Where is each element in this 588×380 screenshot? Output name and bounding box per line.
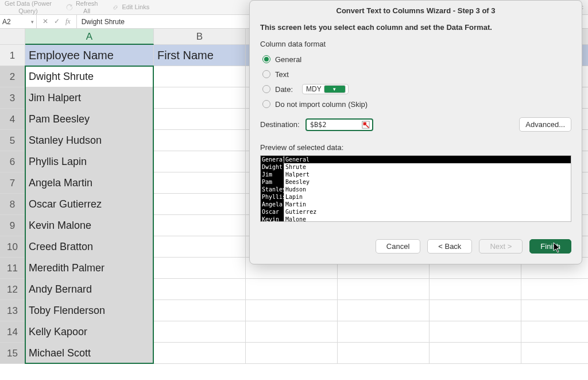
cell[interactable]: Phyllis Lapin: [25, 151, 154, 172]
row-header-5[interactable]: 5: [0, 130, 25, 151]
fx-icon[interactable]: fx: [65, 17, 71, 26]
cell[interactable]: [338, 279, 430, 300]
format-skip-row[interactable]: Do not import column (Skip): [262, 98, 571, 110]
cell[interactable]: [246, 343, 338, 364]
cell[interactable]: [154, 343, 246, 364]
cell[interactable]: [154, 258, 246, 279]
radio-text[interactable]: [262, 70, 270, 78]
format-date-label: Date:: [275, 85, 293, 94]
cell[interactable]: Meredith Palmer: [25, 258, 154, 279]
row-header-8[interactable]: 8: [0, 194, 25, 215]
cell[interactable]: [154, 151, 246, 172]
cell[interactable]: [154, 87, 246, 109]
cell[interactable]: Jim Halpert: [25, 87, 154, 109]
cell[interactable]: [246, 321, 338, 343]
cancel-edit-icon[interactable]: ✕: [42, 17, 48, 26]
back-button[interactable]: < Back: [427, 239, 472, 254]
cell[interactable]: [154, 66, 246, 87]
preview-pane[interactable]: GeneralGeneralDwightShruteJimHalpertPamB…: [260, 155, 571, 222]
cell[interactable]: [246, 279, 338, 300]
column-header-A[interactable]: A: [25, 29, 154, 45]
destination-input[interactable]: $B$2: [305, 118, 373, 131]
cell[interactable]: [430, 300, 521, 321]
cell[interactable]: [521, 279, 588, 300]
format-date-row[interactable]: Date: MDY ▾: [262, 83, 571, 95]
row-header-10[interactable]: 10: [0, 236, 25, 258]
cell[interactable]: [154, 109, 246, 130]
grid-corner[interactable]: [0, 29, 25, 45]
preview-row: StanleyHudson: [261, 186, 571, 193]
row-header-13[interactable]: 13: [0, 300, 25, 321]
cell[interactable]: [430, 343, 521, 364]
header-cell[interactable]: Employee Name: [25, 45, 154, 66]
name-box[interactable]: A2 ▾: [0, 15, 37, 28]
cell[interactable]: [154, 236, 246, 258]
next-button: Next >: [479, 239, 523, 254]
cell[interactable]: Toby Flenderson: [25, 300, 154, 321]
confirm-edit-icon[interactable]: ✓: [54, 17, 60, 26]
formula-bar-value[interactable]: Dwight Shrute: [77, 18, 129, 26]
cell[interactable]: Michael Scott: [25, 343, 154, 364]
name-box-value: A2: [2, 18, 11, 26]
cell[interactable]: Stanley Hudson: [25, 130, 154, 151]
destination-label: Destination:: [260, 120, 300, 129]
advanced-button[interactable]: Advanced...: [519, 117, 571, 132]
cell[interactable]: Pam Beesley: [25, 109, 154, 130]
refresh-icon: [65, 3, 74, 11]
ribbon-get-data: Get Data (Power Query): [5, 0, 52, 14]
ribbon-get-data-label: Get Data (Power Query): [5, 0, 52, 14]
format-general-row[interactable]: General: [262, 53, 571, 66]
cell[interactable]: [430, 321, 521, 343]
finish-button[interactable]: Finish: [529, 239, 571, 254]
ribbon-edit-links-label: Edit Links: [122, 3, 149, 10]
cell[interactable]: Angela Martin: [25, 172, 154, 194]
radio-date[interactable]: [262, 85, 270, 93]
preview-row: DwightShrute: [261, 163, 571, 171]
cell[interactable]: Creed Bratton: [25, 236, 154, 258]
cell[interactable]: [154, 130, 246, 151]
cell[interactable]: [154, 300, 246, 321]
cell[interactable]: Oscar Gutierrez: [25, 194, 154, 215]
row-header-15[interactable]: 15: [0, 343, 25, 364]
cell[interactable]: Kevin Malone: [25, 215, 154, 236]
cell[interactable]: [338, 321, 430, 343]
ribbon-refresh-label: Refresh All: [76, 0, 98, 14]
cell[interactable]: Kelly Kapoor: [25, 321, 154, 343]
cell[interactable]: [521, 300, 588, 321]
cell[interactable]: Dwight Shrute: [25, 66, 154, 87]
header-cell[interactable]: First Name: [154, 45, 246, 66]
row-header-1[interactable]: 1: [0, 45, 25, 66]
cell[interactable]: [154, 279, 246, 300]
cell[interactable]: [430, 279, 521, 300]
column-header-B[interactable]: B: [154, 29, 246, 45]
cancel-button[interactable]: Cancel: [376, 239, 420, 254]
cell[interactable]: [246, 300, 338, 321]
preview-row: OscarGutierrez: [261, 208, 571, 216]
cell[interactable]: [338, 343, 430, 364]
cell[interactable]: [154, 194, 246, 215]
destination-value: $B$2: [310, 121, 327, 129]
date-format-dropdown[interactable]: MDY ▾: [302, 84, 349, 94]
row-header-9[interactable]: 9: [0, 215, 25, 236]
cell[interactable]: [521, 343, 588, 364]
row-header-6[interactable]: 6: [0, 151, 25, 172]
row-header-4[interactable]: 4: [0, 109, 25, 130]
row-header-3[interactable]: 3: [0, 87, 25, 109]
row-header-2[interactable]: 2: [0, 66, 25, 87]
row-header-14[interactable]: 14: [0, 321, 25, 343]
cell[interactable]: Andy Bernard: [25, 279, 154, 300]
cell[interactable]: [521, 321, 588, 343]
cell[interactable]: [154, 172, 246, 194]
date-format-value: MDY: [306, 85, 322, 93]
row-header-7[interactable]: 7: [0, 172, 25, 194]
radio-skip[interactable]: [262, 100, 270, 108]
cell[interactable]: [338, 300, 430, 321]
format-text-row[interactable]: Text: [262, 68, 571, 80]
format-general-label: General: [275, 55, 301, 64]
cell[interactable]: [154, 321, 246, 343]
row-header-12[interactable]: 12: [0, 279, 25, 300]
cell[interactable]: [154, 215, 246, 236]
range-picker-icon[interactable]: [362, 121, 370, 129]
row-header-11[interactable]: 11: [0, 258, 25, 279]
radio-general[interactable]: [262, 55, 270, 63]
